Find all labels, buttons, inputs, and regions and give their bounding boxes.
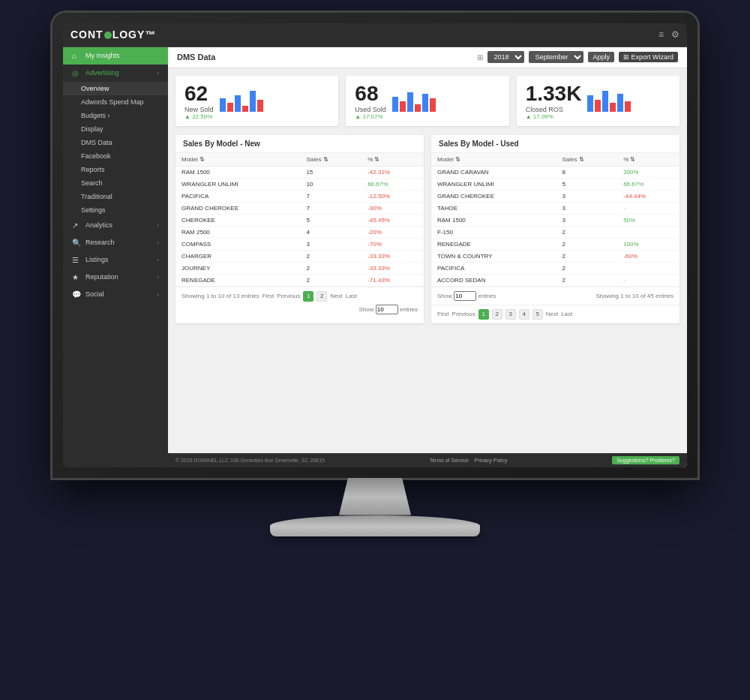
col-model: Model ⇅ bbox=[431, 153, 556, 167]
used-page-3-btn[interactable]: 3 bbox=[506, 309, 516, 320]
table-row: WRANGLER UNLIMI566.67% bbox=[431, 178, 680, 190]
new-table-title: Sales By Model - New bbox=[176, 135, 424, 153]
page-1-btn[interactable]: 1 bbox=[303, 291, 314, 302]
col-sales: Sales ⇅ bbox=[300, 153, 362, 167]
header-actions: ⊞ 2018 September Apply ⊞ Export Wizard bbox=[477, 51, 678, 63]
new-sold-value: 62 bbox=[184, 82, 214, 106]
monitor-screen: CONTLOGY™ ≡ ⚙ ⌂ My Insights bbox=[63, 23, 687, 467]
chevron-social-icon: › bbox=[157, 291, 159, 298]
sidebar-sub-traditional[interactable]: Traditional bbox=[63, 190, 168, 203]
used-show-entries-input[interactable] bbox=[454, 291, 476, 301]
bar bbox=[610, 103, 616, 112]
bar bbox=[422, 94, 428, 112]
footer-bar: © 2019 DOMINEL LLC 100 Geranties Ave Gre… bbox=[168, 453, 687, 467]
top-bar: CONTLOGY™ ≡ ⚙ bbox=[63, 23, 687, 47]
sidebar-item-reputation[interactable]: ★ Reputation › bbox=[63, 269, 168, 286]
star-icon: ★ bbox=[72, 273, 81, 281]
used-next-btn[interactable]: Next bbox=[546, 311, 558, 317]
table-row: GRAND CARAVAN8200% bbox=[431, 166, 680, 178]
used-first-btn[interactable]: First bbox=[437, 311, 449, 317]
sidebar-sub-settings[interactable]: Settings bbox=[63, 203, 168, 217]
page-2-btn[interactable]: 2 bbox=[316, 291, 327, 302]
table-row: JOURNEY2-33.33% bbox=[176, 262, 424, 274]
table-row: RAM 150015-42.31% bbox=[176, 166, 424, 178]
show-entries-input[interactable] bbox=[376, 305, 398, 314]
sidebar-sub-adwords[interactable]: Adwords Spend Map bbox=[63, 95, 168, 109]
sidebar-item-listings[interactable]: ☰ Listings › bbox=[63, 251, 168, 269]
closed-ros-label: Closed ROS bbox=[526, 106, 582, 113]
sidebar-sub-facebook[interactable]: Facebook bbox=[63, 149, 168, 163]
used-sold-label: Used Sold bbox=[355, 106, 386, 113]
used-page-4-btn[interactable]: 4 bbox=[519, 309, 530, 320]
bar bbox=[220, 98, 226, 112]
used-table-card: Sales By Model - Used Model ⇅ Sales ⇅ % … bbox=[431, 135, 680, 323]
closed-ros-change: ▲ 17.09% bbox=[526, 113, 582, 120]
last-btn[interactable]: Last bbox=[346, 293, 357, 299]
used-sold-change: ▲ 17.07% bbox=[355, 113, 386, 120]
sidebar-sub-display[interactable]: Display bbox=[63, 122, 168, 136]
stat-card-closed-ros: 1.33K Closed ROS ▲ 17.09% bbox=[517, 76, 680, 126]
hamburger-icon[interactable]: ≡ bbox=[658, 29, 664, 40]
stats-row: 62 New Sold ▲ 22.50% bbox=[176, 76, 680, 126]
gear-icon[interactable]: ⚙ bbox=[671, 29, 680, 40]
content-body: 62 New Sold ▲ 22.50% bbox=[168, 68, 687, 453]
sidebar-item-research[interactable]: 🔍 Research › bbox=[63, 234, 168, 251]
bar bbox=[227, 103, 233, 112]
first-btn[interactable]: First bbox=[262, 293, 274, 299]
used-page-2-btn[interactable]: 2 bbox=[492, 309, 502, 320]
used-last-btn[interactable]: Last bbox=[561, 311, 572, 317]
radio-icon: ◎ bbox=[72, 69, 81, 77]
sidebar-sub-budgets[interactable]: Budgets › bbox=[63, 109, 168, 122]
col-model: Model ⇅ bbox=[176, 153, 300, 167]
bar bbox=[587, 95, 593, 112]
bar bbox=[257, 100, 263, 112]
sidebar-item-social[interactable]: 💬 Social › bbox=[63, 286, 168, 303]
bar bbox=[595, 100, 601, 112]
monitor-body: CONTLOGY™ ≡ ⚙ ⌂ My Insights bbox=[52, 13, 698, 478]
used-page-5-btn[interactable]: 5 bbox=[532, 309, 543, 320]
page-title: DMS Data bbox=[177, 53, 215, 62]
used-prev-btn[interactable]: Previous bbox=[452, 311, 476, 317]
bar bbox=[625, 101, 631, 112]
bar bbox=[392, 97, 398, 112]
sidebar-sub-reports[interactable]: Reports bbox=[63, 163, 168, 176]
chevron-reputation-icon: › bbox=[157, 274, 159, 281]
export-button[interactable]: ⊞ Export Wizard bbox=[619, 52, 678, 62]
prev-btn[interactable]: Previous bbox=[277, 293, 300, 299]
suggestions-button[interactable]: Suggestions? Problems? bbox=[612, 456, 680, 464]
sidebar-item-advertising[interactable]: ◎ Advertising › bbox=[63, 65, 168, 82]
bar bbox=[602, 91, 608, 112]
copyright: © 2019 DOMINEL LLC 100 Geranties Ave Gre… bbox=[176, 458, 325, 463]
used-page-1-btn[interactable]: 1 bbox=[478, 309, 489, 320]
monitor-stand-neck bbox=[330, 478, 420, 515]
sidebar-sub-overview[interactable]: Overview bbox=[63, 82, 168, 95]
content-header: DMS Data ⊞ 2018 September Apply ⊞ bbox=[168, 47, 687, 68]
bar bbox=[242, 106, 248, 112]
chat-icon: 💬 bbox=[72, 290, 81, 299]
bar bbox=[617, 94, 623, 112]
closed-ros-chart bbox=[587, 89, 631, 112]
bar bbox=[430, 98, 436, 112]
privacy-link[interactable]: Privacy Policy bbox=[475, 458, 508, 463]
apply-button[interactable]: Apply bbox=[588, 52, 614, 62]
new-table-footer: Showing 1 to 10 of 13 entries First Prev… bbox=[176, 287, 424, 318]
table-row: RAM 1500350% bbox=[431, 214, 680, 226]
chart-icon: ↗ bbox=[72, 221, 81, 230]
table-row: PACIFICA7-12.50% bbox=[176, 190, 424, 202]
new-sold-label: New Sold bbox=[184, 106, 214, 113]
sidebar-sub-dms[interactable]: DMS Data bbox=[63, 136, 168, 149]
used-sold-chart bbox=[392, 89, 436, 112]
terms-link[interactable]: Terms of Service bbox=[430, 458, 469, 463]
year-select[interactable]: 2018 bbox=[488, 51, 524, 63]
sidebar-item-analytics[interactable]: ↗ Analytics › bbox=[63, 217, 168, 234]
used-show-label: Show entries bbox=[437, 291, 496, 301]
main-layout: ⌂ My Insights ◎ Advertising › Overview A… bbox=[63, 47, 687, 467]
month-select[interactable]: September bbox=[529, 51, 584, 63]
list-icon: ☰ bbox=[72, 256, 81, 264]
sidebar-sub-search[interactable]: Search bbox=[63, 176, 168, 190]
col-pct: % ⇅ bbox=[617, 153, 680, 167]
table-row: GRAND CHEROKEE7-30% bbox=[176, 202, 424, 214]
next-btn[interactable]: Next bbox=[330, 293, 342, 299]
stat-card-used-sold: 68 Used Sold ▲ 17.07% bbox=[346, 76, 508, 126]
sidebar-item-my-insights[interactable]: ⌂ My Insights bbox=[63, 47, 168, 65]
